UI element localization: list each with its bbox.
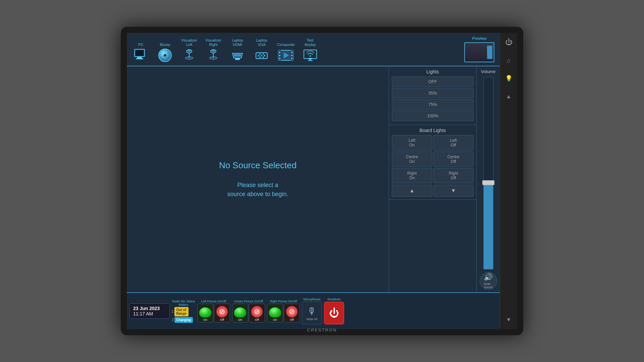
power-sidebar-button[interactable]: ⏻: [503, 36, 515, 48]
shutdown-power-icon: ⏻: [329, 307, 339, 319]
lights-off-button[interactable]: OFF: [392, 76, 474, 87]
left-picture-off-button[interactable]: Off: [214, 304, 230, 322]
mic1-status-badge: Out ofRange: [174, 307, 189, 316]
left-picture-label: Left Picture On/Off: [201, 300, 226, 303]
source-visualizer-right[interactable]: VisualizerRight: [202, 37, 225, 64]
visualizer-right-icon: [205, 48, 222, 62]
time-display: 11:17 AM: [133, 311, 166, 316]
board-left-on-button[interactable]: LeftOn: [392, 135, 432, 150]
right-picture-off-button[interactable]: Off: [284, 304, 300, 322]
svg-point-18: [259, 53, 261, 55]
preview-section: Preview: [462, 35, 497, 64]
board-arrow-up-button[interactable]: ▲: [392, 185, 432, 197]
shutdown-section: Shutdown ⏻: [324, 298, 344, 324]
volume-section: Volume 🔊 MuteSound: [476, 66, 500, 292]
preview-thumb: [464, 42, 494, 62]
svg-point-19: [263, 53, 264, 55]
board-right-off-button[interactable]: RightOff: [433, 168, 474, 183]
source-bar: PC Bluray: [127, 33, 500, 66]
board-left-off-button[interactable]: LeftOff: [433, 135, 474, 150]
centre-picture-on-button[interactable]: On: [232, 304, 248, 322]
lights-35-button[interactable]: 35%: [392, 88, 474, 98]
svg-rect-13: [234, 54, 241, 57]
pc-icon: [132, 48, 149, 62]
svg-rect-1: [137, 57, 142, 58]
lights-100-button[interactable]: 100%: [392, 111, 474, 121]
svg-rect-29: [291, 55, 292, 56]
source-composite[interactable]: Composite: [274, 41, 298, 64]
board-arrows: ▲ ▼: [392, 185, 474, 197]
rack-blue-indicator: [487, 46, 492, 59]
volume-title: Volume: [481, 69, 495, 74]
svg-rect-3: [136, 50, 143, 56]
no-source-subtitle: Please select asource above to begin.: [227, 181, 288, 199]
board-lights-title: Board Lights: [392, 128, 474, 133]
mic2-status-badge: Charging: [174, 317, 193, 323]
svg-rect-25: [279, 52, 280, 53]
arrow-up-icon: ▲: [506, 94, 512, 100]
left-picture-section: Left Picture On/Off On Off: [197, 300, 230, 322]
board-lights-section: Board Lights LeftOn LeftOff CentreOn Cen…: [389, 125, 476, 200]
svg-point-7: [187, 50, 191, 52]
main-content: PC Bluray: [127, 33, 500, 329]
mute-all-label: Mute All: [307, 317, 317, 321]
svg-rect-30: [291, 58, 292, 59]
display-area: No Source Selected Please select asource…: [127, 66, 389, 292]
svg-point-16: [261, 55, 262, 56]
right-off-dome: [286, 306, 298, 317]
volume-handle[interactable]: [482, 180, 494, 185]
right-on-dome: [269, 307, 281, 317]
svg-point-21: [263, 57, 264, 58]
screen: PC Bluray: [127, 33, 517, 329]
svg-point-35: [310, 55, 311, 57]
centre-picture-off-button[interactable]: Off: [249, 304, 265, 322]
board-arrow-down-button[interactable]: ▼: [433, 185, 474, 197]
svg-point-20: [259, 57, 261, 58]
source-pc[interactable]: PC: [129, 41, 152, 64]
mute-all-button[interactable]: 🎙 Mute All: [302, 302, 322, 324]
svg-point-15: [258, 55, 259, 56]
right-picture-label: Right Picture On/Off: [270, 300, 297, 303]
source-visualizer-left[interactable]: VisualizerLeft: [178, 37, 201, 64]
shutdown-label: Shutdown: [327, 298, 341, 301]
centre-picture-label: Centre Picture On/Off: [234, 300, 263, 303]
source-test-airplay[interactable]: TestAirplay: [299, 37, 322, 64]
radio-mic-label: Radio Mic StatusBattery: [172, 300, 195, 306]
light-sidebar-button[interactable]: 💡: [503, 72, 515, 84]
right-sidebar: ⏻ ⌂ 💡 ▲ ▼: [500, 33, 517, 329]
left-picture-buttons: On Off: [197, 304, 230, 322]
mic-svg-icon: 🎙: [307, 306, 317, 317]
board-centre-on-button[interactable]: CentreOn: [392, 152, 432, 167]
arrow-up-sidebar-button[interactable]: ▲: [503, 90, 515, 103]
hdmi-icon: [229, 48, 246, 62]
date-display: 23 Jun 2023: [133, 306, 166, 311]
svg-rect-2: [136, 58, 143, 59]
centre-picture-buttons: On Off: [232, 304, 265, 322]
arrow-down-sidebar-button[interactable]: ▼: [503, 314, 515, 326]
left-picture-on-button[interactable]: On: [197, 304, 213, 322]
board-centre-off-button[interactable]: CentreOff: [433, 152, 474, 167]
mic1-row: 1 Out ofRange: [172, 307, 195, 316]
svg-rect-26: [279, 55, 280, 56]
centre-off-dome: [251, 306, 263, 317]
crestron-logo: CRESTRON: [307, 327, 337, 333]
monitor: PC Bluray: [121, 27, 523, 335]
svg-point-11: [212, 50, 215, 52]
svg-rect-12: [235, 58, 240, 60]
light-icon: 💡: [505, 75, 513, 82]
mute-sound-button[interactable]: 🔊 MuteSound: [480, 272, 497, 290]
lights-75-button[interactable]: 75%: [392, 99, 474, 110]
mute-icon: 🔊: [484, 273, 493, 282]
right-picture-on-button[interactable]: On: [267, 304, 283, 322]
source-laptop-vga[interactable]: LaptopVGA: [250, 37, 273, 64]
mic2-number: 2: [172, 318, 174, 322]
shutdown-button[interactable]: ⏻: [324, 302, 344, 324]
volume-slider[interactable]: [483, 77, 493, 269]
mute-label: MuteSound: [484, 282, 492, 289]
source-bluray[interactable]: Bluray: [154, 41, 176, 64]
power-icon: ⏻: [505, 38, 513, 47]
home-sidebar-button[interactable]: ⌂: [503, 54, 515, 66]
source-laptop-hdmi[interactable]: LaptopHDMI: [226, 37, 249, 64]
vga-icon: [253, 48, 270, 62]
board-right-on-button[interactable]: RightOn: [392, 168, 432, 183]
